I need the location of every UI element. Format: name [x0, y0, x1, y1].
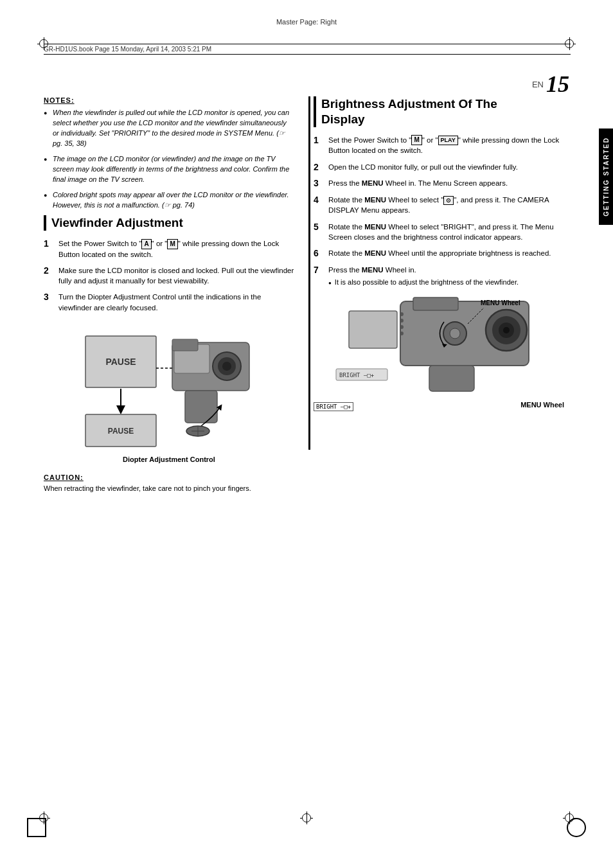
svg-rect-18	[413, 297, 458, 310]
svg-point-26	[400, 319, 404, 323]
bright-step-3: 3 Press the MENU Wheel in. The Menu Scre…	[314, 178, 564, 189]
brightness-diagram: BRIGHT –□+ MENU Wheel BRIGHT –□+ MENU Wh…	[314, 295, 564, 411]
bright-step-number-1: 1	[314, 135, 325, 156]
bright-step-number-2: 2	[314, 162, 325, 173]
svg-point-27	[400, 325, 404, 329]
svg-text:BRIGHT –□+: BRIGHT –□+	[339, 372, 375, 378]
svg-point-25	[400, 312, 404, 316]
step-content-1: Set the Power Switch to "A" or "M" while…	[58, 238, 294, 260]
heading-line1: Brightness Adjustment Of The	[321, 97, 497, 111]
icon-a: A	[141, 239, 151, 249]
bright-step-2: 2 Open the LCD monitor fully, or pull ou…	[314, 162, 564, 173]
master-page-label: Master Page: Right	[276, 18, 337, 26]
page-wrapper: Master Page: Right GR-HD1US.book Page 15…	[0, 0, 613, 868]
bright-step-1: 1 Set the Power Switch to "M" or "PLAY" …	[314, 135, 564, 156]
bright-step-content-5: Rotate the MENU Wheel to select "BRIGHT"…	[328, 222, 564, 242]
step-number-3: 3	[44, 292, 55, 312]
svg-marker-3	[116, 405, 125, 414]
step-2: 2 Make sure the LCD monitor is closed an…	[44, 265, 294, 286]
sub-bullet-viewfinder: It is also possible to adjust the bright…	[328, 278, 564, 287]
step-number-2: 2	[44, 265, 55, 286]
bright-step-number-3: 3	[314, 178, 325, 189]
viewfinder-adjustment-heading: Viewfinder Adjustment	[44, 215, 294, 231]
side-tab-text: GETTING STARTED	[603, 137, 610, 217]
bright-step-number-7: 7	[314, 265, 325, 287]
bright-step-content-2: Open the LCD monitor fully, or pull out …	[328, 162, 564, 173]
caution-heading: CAUTION:	[44, 474, 294, 481]
en-label: EN	[532, 80, 544, 89]
svg-rect-11	[172, 339, 198, 351]
circle-bottom-left	[27, 818, 46, 837]
icon-cam: ⊙	[443, 196, 454, 206]
left-column: NOTES: When the viewfinder is pulled out…	[44, 96, 294, 494]
bright-step-number-6: 6	[314, 248, 325, 259]
step-number-1: 1	[44, 238, 55, 260]
bright-step-content-7: Press the MENU Wheel in. It is also poss…	[328, 265, 564, 287]
page-number: 15	[546, 71, 569, 98]
step-content-2: Make sure the LCD monitor is closed and …	[58, 265, 294, 286]
svg-rect-23	[429, 366, 474, 391]
svg-text:MENU Wheel: MENU Wheel	[481, 299, 520, 306]
brightness-diagram-svg: BRIGHT –□+ MENU Wheel	[330, 295, 548, 398]
bright-step-content-4: Rotate the MENU Wheel to select "⊙", and…	[328, 195, 564, 215]
column-divider	[308, 96, 310, 450]
svg-point-28	[400, 332, 404, 335]
icon-m: M	[167, 239, 177, 249]
circle-bottom-right	[567, 818, 586, 837]
crosshair-bottom-center	[300, 811, 313, 824]
viewfinder-diagram: PAUSE PAUSE	[44, 323, 294, 463]
note-item-2: The image on the LCD monitor (or viewfin…	[44, 154, 294, 185]
brightness-adjustment-heading: Brightness Adjustment Of The Display	[314, 96, 564, 127]
note-item-3: Colored bright spots may appear all over…	[44, 190, 294, 211]
page-number-area: EN 15	[532, 71, 569, 98]
icon-m2: M	[411, 135, 422, 145]
step-content-3: Turn the Diopter Adjustment Control unti…	[58, 292, 294, 312]
diagram-caption: Diopter Adjustment Control	[44, 456, 294, 463]
step-3: 3 Turn the Diopter Adjustment Control un…	[44, 292, 294, 312]
file-info: GR-HD1US.book Page 15 Monday, April 14, …	[44, 44, 571, 55]
step-1: 1 Set the Power Switch to "A" or "M" whi…	[44, 238, 294, 260]
viewfinder-diagram-svg: PAUSE PAUSE	[79, 323, 259, 452]
bright-step-content-3: Press the MENU Wheel in. The Menu Screen…	[328, 178, 564, 189]
bright-step-4: 4 Rotate the MENU Wheel to select "⊙", a…	[314, 195, 564, 215]
bright-step-7: 7 Press the MENU Wheel in. It is also po…	[314, 265, 564, 287]
right-column: Brightness Adjustment Of The Display 1 S…	[314, 96, 564, 411]
svg-rect-12	[185, 391, 217, 423]
bright-indicator: BRIGHT –□+	[314, 402, 353, 411]
notes-heading: NOTES:	[44, 96, 294, 104]
notes-list: When the viewfinder is pulled out while …	[44, 108, 294, 210]
svg-text:PAUSE: PAUSE	[108, 427, 134, 436]
bright-step-6: 6 Rotate the MENU Wheel until the approp…	[314, 248, 564, 259]
caution-text: When retracting the viewfinder, take car…	[44, 484, 294, 494]
svg-text:PAUSE: PAUSE	[105, 357, 136, 367]
bright-step-5: 5 Rotate the MENU Wheel to select "BRIGH…	[314, 222, 564, 242]
svg-point-10	[222, 362, 231, 371]
icon-play: PLAY	[438, 136, 458, 145]
brightness-steps: 1 Set the Power Switch to "M" or "PLAY" …	[314, 135, 564, 287]
side-tab: GETTING STARTED	[599, 128, 613, 225]
svg-point-30	[450, 328, 460, 339]
menu-wheel-label: MENU Wheel	[520, 401, 564, 411]
note-item-1: When the viewfinder is pulled out while …	[44, 108, 294, 149]
bright-step-content-1: Set the Power Switch to "M" or "PLAY" wh…	[328, 135, 564, 156]
bright-step-number-5: 5	[314, 222, 325, 242]
viewfinder-steps: 1 Set the Power Switch to "A" or "M" whi…	[44, 238, 294, 312]
bright-step-content-6: Rotate the MENU Wheel until the appropri…	[328, 248, 564, 259]
heading-line2: Display	[321, 112, 365, 126]
bright-step-number-4: 4	[314, 195, 325, 215]
svg-point-22	[503, 327, 510, 333]
svg-rect-24	[349, 311, 397, 348]
